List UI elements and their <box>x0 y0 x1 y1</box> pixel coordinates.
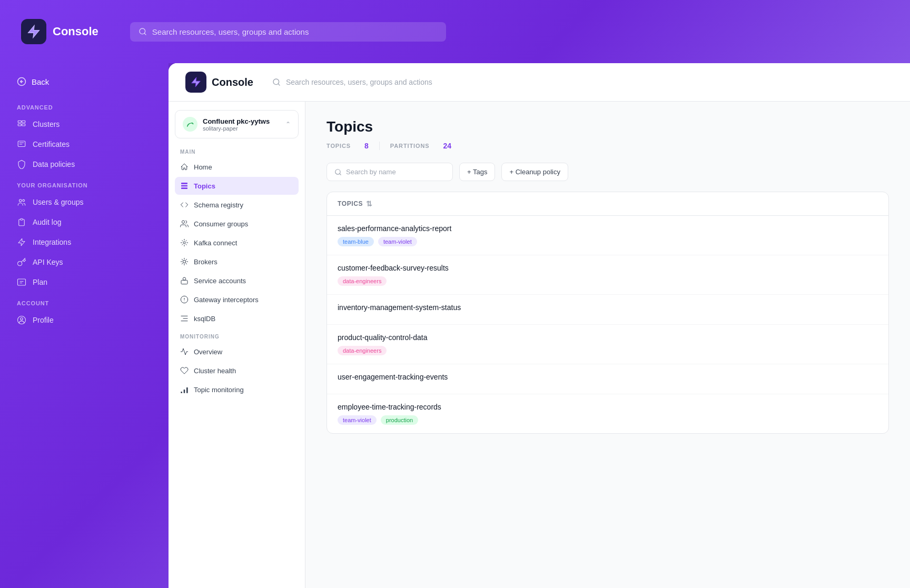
nav-cluster-health[interactable]: Cluster health <box>175 362 299 380</box>
nav-service-accounts-label: Service accounts <box>194 277 246 285</box>
back-button[interactable]: Back <box>11 72 158 92</box>
home-icon <box>180 163 189 171</box>
inner-content: Topics TOPICS 8 PARTITIONS 24 <box>305 102 910 588</box>
page-title: Topics <box>327 118 889 135</box>
consumer-groups-icon <box>180 220 189 228</box>
nav-topic-monitoring-label: Topic monitoring <box>194 386 244 394</box>
meta-topics-label: TOPICS <box>327 143 351 149</box>
back-label: Back <box>32 77 49 86</box>
svg-rect-21 <box>181 392 182 393</box>
nav-topics-label: Topics <box>194 182 215 190</box>
svg-rect-3 <box>18 124 21 126</box>
topic-tag[interactable]: team-blue <box>338 237 374 246</box>
sidebar-item-clusters[interactable]: Clusters <box>11 115 158 134</box>
outer-topbar: Console Search resources, users, groups … <box>0 0 910 63</box>
nav-gateway-interceptors-label: Gateway interceptors <box>194 296 259 304</box>
cluster-selector[interactable]: Confluent pkc-yytws solitary-paper ⌃ <box>175 110 299 138</box>
nav-overview[interactable]: Overview <box>175 343 299 361</box>
outer-search-placeholder: Search resources, users, groups and acti… <box>152 27 309 36</box>
table-row[interactable]: user-engagement-tracking-events <box>327 364 888 394</box>
topic-tag[interactable]: data-engineers <box>338 276 387 286</box>
inner-topbar: Console Search resources, users, groups … <box>169 63 910 102</box>
topic-name: inventory-management-system-status <box>338 303 878 312</box>
nav-ksqldb-label: ksqlDB <box>194 315 215 323</box>
topics-table: Topics ⇅ sales-performance-analytics-rep… <box>327 192 889 434</box>
nav-brokers-label: Brokers <box>194 258 217 266</box>
sidebar-item-profile[interactable]: Profile <box>11 311 158 330</box>
table-row[interactable]: customer-feedback-survey-resultsdata-eng… <box>327 255 888 295</box>
profile-label: Profile <box>33 316 54 324</box>
audit-log-label: Audit log <box>33 218 61 226</box>
sidebar-item-audit-log[interactable]: Audit log <box>11 213 158 232</box>
meta-partitions-value: 24 <box>443 142 451 150</box>
svg-point-16 <box>183 242 185 244</box>
topic-tag[interactable]: team-violet <box>338 415 377 425</box>
sort-icon[interactable]: ⇅ <box>366 200 373 208</box>
nav-topics[interactable]: Topics <box>175 177 299 195</box>
outer-search-box[interactable]: Search resources, users, groups and acti… <box>130 22 446 42</box>
cleanup-policy-button[interactable]: + Cleanup policy <box>501 163 568 181</box>
svg-rect-2 <box>18 121 21 123</box>
svg-point-11 <box>21 318 23 321</box>
advanced-section-label: Advanced <box>11 104 158 111</box>
leaf-icon <box>186 120 194 128</box>
gateway-interceptors-icon <box>180 295 189 304</box>
nav-schema-registry[interactable]: Schema registry <box>175 196 299 214</box>
nav-consumer-groups[interactable]: Consumer groups <box>175 215 299 233</box>
service-accounts-icon <box>180 276 189 285</box>
certificates-label: Certificates <box>33 140 70 148</box>
table-header: Topics ⇅ <box>327 192 888 216</box>
svg-rect-6 <box>18 141 25 147</box>
api-keys-icon <box>17 257 26 267</box>
topics-search[interactable]: Search by name <box>327 163 453 181</box>
cluster-chevron-icon: ⌃ <box>285 121 291 128</box>
topic-name: customer-feedback-survey-results <box>338 264 878 272</box>
plan-icon <box>17 277 26 287</box>
inner-window: Console Search resources, users, groups … <box>169 63 910 588</box>
monitoring-section-label: Monitoring <box>175 334 299 340</box>
tags-button[interactable]: + Tags <box>459 163 495 181</box>
table-row[interactable]: product-quality-control-datadata-enginee… <box>327 325 888 364</box>
users-groups-icon <box>17 197 26 207</box>
nav-kafka-connect[interactable]: Kafka connect <box>175 234 299 252</box>
audit-log-icon <box>17 217 26 227</box>
topic-rows-container: sales-performance-analytics-reportteam-b… <box>327 216 888 433</box>
cluster-name: Confluent pkc-yytws <box>203 117 270 125</box>
overview-icon <box>180 347 189 356</box>
svg-point-17 <box>183 260 185 263</box>
sidebar-item-users-groups[interactable]: Users & groups <box>11 193 158 212</box>
inner-search[interactable]: Search resources, users, groups and acti… <box>264 74 893 91</box>
topic-tags: data-engineers <box>338 346 878 355</box>
nav-cluster-health-label: Cluster health <box>194 367 236 375</box>
kafka-connect-icon <box>180 238 189 247</box>
svg-rect-18 <box>181 280 187 284</box>
topic-tag[interactable]: team-violet <box>378 237 417 246</box>
outer-search: Search resources, users, groups and acti… <box>130 22 446 42</box>
brokers-icon <box>180 257 189 266</box>
topic-name: product-quality-control-data <box>338 333 878 342</box>
topic-tag[interactable]: production <box>381 415 418 425</box>
profile-icon <box>17 315 26 325</box>
nav-home[interactable]: Home <box>175 158 299 176</box>
table-row[interactable]: employee-time-tracking-recordsteam-viole… <box>327 394 888 433</box>
sidebar-item-api-keys[interactable]: API Keys <box>11 253 158 272</box>
nav-ksqldb[interactable]: ksqlDB <box>175 310 299 327</box>
table-row[interactable]: sales-performance-analytics-reportteam-b… <box>327 216 888 255</box>
table-row[interactable]: inventory-management-system-status <box>327 295 888 325</box>
nav-home-label: Home <box>194 163 212 171</box>
svg-rect-23 <box>186 387 188 393</box>
topics-toolbar: Search by name + Tags + Cleanup policy <box>327 163 889 181</box>
topic-tag[interactable]: data-engineers <box>338 346 387 355</box>
data-policies-label: Data policies <box>33 160 75 168</box>
sidebar-item-data-policies[interactable]: Data policies <box>11 155 158 174</box>
nav-topic-monitoring[interactable]: Topic monitoring <box>175 381 299 398</box>
schema-registry-icon <box>180 201 189 209</box>
sidebar-item-integrations[interactable]: Integrations <box>11 233 158 252</box>
nav-brokers[interactable]: Brokers <box>175 253 299 271</box>
nav-gateway-interceptors[interactable]: Gateway interceptors <box>175 291 299 308</box>
inner-layout: Confluent pkc-yytws solitary-paper ⌃ Mai… <box>169 102 910 588</box>
nav-service-accounts[interactable]: Service accounts <box>175 272 299 290</box>
sidebar-item-plan[interactable]: Plan <box>11 273 158 292</box>
svg-rect-13 <box>181 183 187 184</box>
sidebar-item-certificates[interactable]: Certificates <box>11 135 158 154</box>
